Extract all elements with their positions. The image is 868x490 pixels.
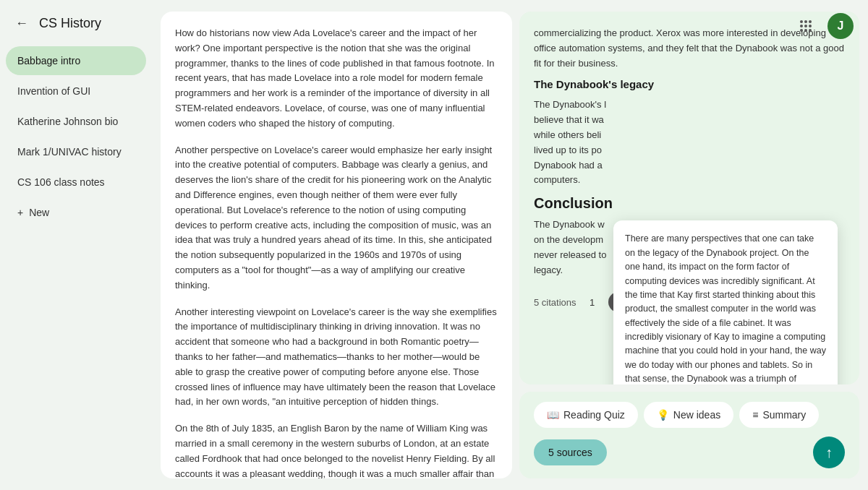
doc-paragraph-4: On the 8th of July 1835, an English Baro… bbox=[175, 421, 498, 478]
svg-point-0 bbox=[800, 20, 803, 23]
sidebar-item-cs-106-class-notes[interactable]: CS 106 class notes bbox=[6, 168, 146, 197]
doc-paragraph-1: How do historians now view Ada Lovelace'… bbox=[175, 26, 498, 132]
svg-point-1 bbox=[804, 20, 807, 23]
summary-icon: ≡ bbox=[752, 409, 758, 421]
back-button[interactable]: ← bbox=[12, 13, 32, 33]
new-ideas-icon: 💡 bbox=[657, 409, 669, 421]
doc-paragraph-2: Another perspective on Lovelace's career… bbox=[175, 143, 498, 293]
send-button[interactable]: ↑ bbox=[813, 437, 845, 468]
svg-point-5 bbox=[809, 25, 812, 27]
document-panel[interactable]: How do historians now view Ada Lovelace'… bbox=[161, 12, 512, 478]
sidebar-item-mark-1-univac-history[interactable]: Mark 1/UNIVAC history bbox=[6, 137, 146, 166]
summary-button[interactable]: ≡ Summary bbox=[739, 402, 819, 428]
avatar[interactable]: J bbox=[827, 13, 854, 39]
citation-1[interactable]: 1 bbox=[582, 292, 603, 312]
sidebar-item-babbage-intro[interactable]: Babbage intro bbox=[6, 46, 146, 75]
main-area: How do historians now view Ada Lovelace'… bbox=[152, 0, 868, 490]
svg-point-3 bbox=[800, 25, 803, 27]
new-label: New bbox=[29, 207, 49, 218]
article-body: The Dynabook's l believe that it wa whil… bbox=[534, 98, 845, 188]
sidebar: ← CS History Babbage intro Invention of … bbox=[0, 0, 152, 490]
right-panel: commercializing the product. Xerox was m… bbox=[519, 12, 859, 478]
bottom-action-card: 📖 Reading Quiz 💡 New ideas ≡ Summary 5 s… bbox=[519, 392, 859, 478]
reading-quiz-icon: 📖 bbox=[547, 409, 559, 421]
new-item-button[interactable]: + New bbox=[6, 198, 146, 227]
plus-icon: + bbox=[17, 207, 23, 218]
svg-point-8 bbox=[809, 29, 812, 32]
svg-point-6 bbox=[800, 29, 803, 32]
sources-button[interactable]: 5 sources bbox=[534, 439, 607, 465]
sidebar-item-invention-of-gui[interactable]: Invention of GUI bbox=[6, 77, 146, 106]
sources-label: 5 sources bbox=[548, 447, 592, 458]
svg-point-7 bbox=[804, 29, 807, 32]
sidebar-nav: Babbage intro Invention of GUI Katherine… bbox=[0, 46, 152, 227]
sidebar-item-katherine-johnson-bio[interactable]: Katherine Johnson bio bbox=[6, 107, 146, 136]
grid-icon[interactable] bbox=[796, 16, 816, 36]
back-icon: ← bbox=[15, 16, 28, 31]
new-ideas-label: New ideas bbox=[673, 409, 720, 421]
new-ideas-button[interactable]: 💡 New ideas bbox=[644, 402, 733, 428]
send-icon: ↑ bbox=[825, 444, 833, 461]
svg-point-2 bbox=[809, 20, 812, 23]
svg-point-4 bbox=[804, 25, 807, 27]
tooltip-text: There are many perspectives that one can… bbox=[625, 232, 826, 384]
tooltip-popup: There are many perspectives that one can… bbox=[613, 220, 838, 384]
article-card: commercializing the product. Xerox was m… bbox=[519, 12, 859, 384]
reading-quiz-label: Reading Quiz bbox=[563, 409, 625, 421]
bottom-row: 5 sources ↑ bbox=[534, 437, 845, 468]
doc-paragraph-3: Another interesting viewpoint on Lovelac… bbox=[175, 305, 498, 411]
citations-label: 5 citations bbox=[534, 297, 576, 308]
top-bar: J bbox=[796, 13, 854, 39]
article-conclusion-heading: Conclusion bbox=[534, 195, 845, 212]
article-heading: The Dynabook's legacy bbox=[534, 78, 845, 90]
reading-quiz-button[interactable]: 📖 Reading Quiz bbox=[534, 402, 638, 428]
action-buttons-row: 📖 Reading Quiz 💡 New ideas ≡ Summary bbox=[534, 402, 845, 428]
sidebar-header: ← CS History bbox=[0, 0, 152, 46]
summary-label: Summary bbox=[762, 409, 806, 421]
app-title: CS History bbox=[39, 16, 101, 31]
